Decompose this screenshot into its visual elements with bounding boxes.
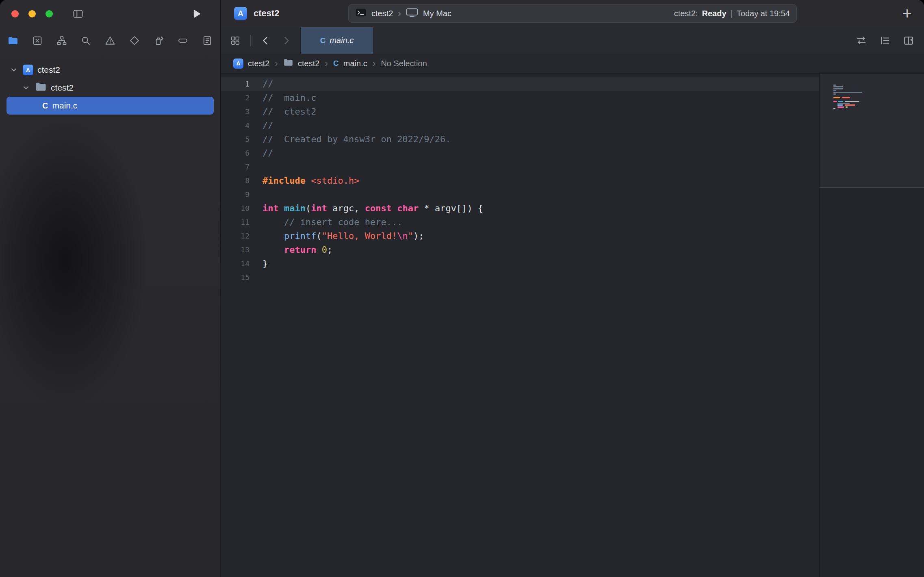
line-number[interactable]: 10	[221, 202, 249, 215]
minimap-bar	[837, 106, 844, 108]
code-text[interactable]: // main.c	[262, 91, 316, 105]
status-ready: Ready	[702, 9, 727, 18]
code-line-6[interactable]: 6//	[221, 146, 819, 160]
line-number[interactable]: 14	[221, 257, 249, 271]
issue-navigator-icon[interactable]	[104, 34, 117, 47]
line-number[interactable]: 5	[221, 132, 249, 146]
code-text[interactable]: }	[262, 257, 268, 271]
minimap-bar	[842, 97, 850, 98]
code-text[interactable]: // Created by 4nsw3r on 2022/9/26.	[262, 132, 451, 146]
line-number[interactable]: 12	[221, 229, 249, 243]
code-line-8[interactable]: 8#include <stdio.h>	[221, 174, 819, 188]
code-line-2[interactable]: 2// main.c	[221, 91, 819, 105]
code-line-14[interactable]: 14}	[221, 257, 819, 271]
report-navigator-icon[interactable]	[201, 34, 214, 47]
code-line-7[interactable]: 7	[221, 160, 819, 174]
status-separator: |	[731, 9, 733, 18]
close-window-button[interactable]	[11, 10, 19, 17]
project-icon: A	[233, 59, 243, 69]
symbol-navigator-icon[interactable]	[55, 34, 68, 47]
code-line-4[interactable]: 4//	[221, 119, 819, 132]
test-navigator-icon[interactable]	[128, 34, 141, 47]
tree-item-project[interactable]: A ctest2	[7, 61, 214, 79]
minimap-bar	[833, 97, 840, 98]
code-text[interactable]: //	[262, 119, 273, 132]
code-text[interactable]: int main(int argc, const char * argv[]) …	[262, 202, 483, 215]
minimap-bar	[833, 85, 836, 86]
add-editor-icon[interactable]	[903, 35, 914, 46]
breadcrumb-selection[interactable]: No Selection	[381, 59, 427, 68]
minimap-bar	[838, 101, 843, 102]
code-line-12[interactable]: 12 printf("Hello, World!\n");	[221, 229, 819, 243]
project-navigator-icon[interactable]	[7, 34, 20, 47]
build-status: ctest2: Ready | Today at 19:54	[674, 9, 790, 18]
library-add-button[interactable]: +	[902, 5, 912, 22]
tab-main-c[interactable]: C main.c	[300, 27, 373, 54]
code-text[interactable]: //	[262, 146, 273, 160]
scheme-selector[interactable]: ctest2 › My Mac	[355, 7, 451, 20]
line-number[interactable]: 15	[221, 271, 249, 284]
project-icon: A	[234, 7, 247, 20]
terminal-icon	[355, 8, 367, 20]
code-line-13[interactable]: 13 return 0;	[221, 243, 819, 257]
minimap-bar	[833, 88, 843, 89]
scheme-name[interactable]: ctest2	[371, 9, 393, 18]
zoom-window-button[interactable]	[46, 10, 53, 17]
go-back-icon[interactable]	[260, 35, 271, 46]
line-number[interactable]: 4	[221, 119, 249, 132]
code-text[interactable]: // ctest2	[262, 105, 316, 119]
minimap[interactable]	[819, 74, 924, 577]
editor-options-icon[interactable]	[879, 35, 891, 46]
line-number[interactable]: 9	[221, 188, 249, 202]
go-forward-icon[interactable]	[281, 35, 291, 46]
destination-name[interactable]: My Mac	[423, 9, 451, 18]
sidebar-translucency-shade	[0, 93, 158, 427]
toggle-sidebar-icon[interactable]	[72, 8, 85, 20]
breadcrumb-group[interactable]: ctest2	[298, 59, 319, 68]
line-number[interactable]: 1	[221, 77, 249, 91]
code-review-icon[interactable]	[856, 35, 867, 46]
activity-viewer[interactable]: ctest2 › My Mac ctest2: Ready | Today at…	[348, 4, 797, 23]
code-line-1[interactable]: 1//	[221, 77, 819, 91]
c-file-icon: C	[42, 101, 48, 111]
chevron-down-icon[interactable]	[9, 66, 19, 74]
code-text[interactable]: // insert code here...	[262, 215, 402, 229]
debug-navigator-icon[interactable]	[152, 34, 165, 47]
code-line-11[interactable]: 11 // insert code here...	[221, 215, 819, 229]
breadcrumb-file[interactable]: main.c	[343, 59, 367, 68]
tree-item-label: ctest2	[37, 65, 60, 75]
line-number[interactable]: 11	[221, 215, 249, 229]
tree-item-group[interactable]: ctest2	[7, 79, 214, 97]
line-number[interactable]: 3	[221, 105, 249, 119]
chevron-down-icon[interactable]	[21, 84, 31, 92]
line-number[interactable]: 13	[221, 243, 249, 257]
code-line-9[interactable]: 9	[221, 188, 819, 202]
code-line-10[interactable]: 10int main(int argc, const char * argv[]…	[221, 202, 819, 215]
breadcrumb-project[interactable]: ctest2	[248, 59, 269, 68]
code-line-5[interactable]: 5// Created by 4nsw3r on 2022/9/26.	[221, 132, 819, 146]
code-text[interactable]: return 0;	[262, 243, 332, 257]
window-controls	[11, 10, 53, 17]
minimize-window-button[interactable]	[28, 10, 36, 17]
chevron-right-icon: ›	[275, 59, 278, 68]
line-number[interactable]: 6	[221, 146, 249, 160]
code-line-15[interactable]: 15	[221, 271, 819, 284]
tab-overview-icon[interactable]	[230, 35, 241, 46]
line-number[interactable]: 8	[221, 174, 249, 188]
code-text[interactable]: //	[262, 77, 273, 91]
chevron-right-icon: ›	[398, 9, 401, 18]
source-editor: 1//2// main.c3// ctest24//5// Created by…	[221, 74, 924, 577]
code-text[interactable]: printf("Hello, World!\n");	[262, 229, 424, 243]
tree-item-main-c[interactable]: C main.c	[7, 97, 214, 115]
code-text[interactable]: #include <stdio.h>	[262, 174, 359, 188]
source-control-navigator-icon[interactable]	[31, 34, 44, 47]
line-number[interactable]: 2	[221, 91, 249, 105]
minimap-bar	[833, 90, 836, 91]
minimap-content[interactable]	[820, 74, 924, 187]
line-number[interactable]: 7	[221, 160, 249, 174]
code-line-3[interactable]: 3// ctest2	[221, 105, 819, 119]
find-navigator-icon[interactable]	[79, 34, 92, 47]
run-button[interactable]	[191, 8, 202, 19]
breakpoint-navigator-icon[interactable]	[176, 34, 189, 47]
code-area[interactable]: 1//2// main.c3// ctest24//5// Created by…	[221, 74, 819, 577]
